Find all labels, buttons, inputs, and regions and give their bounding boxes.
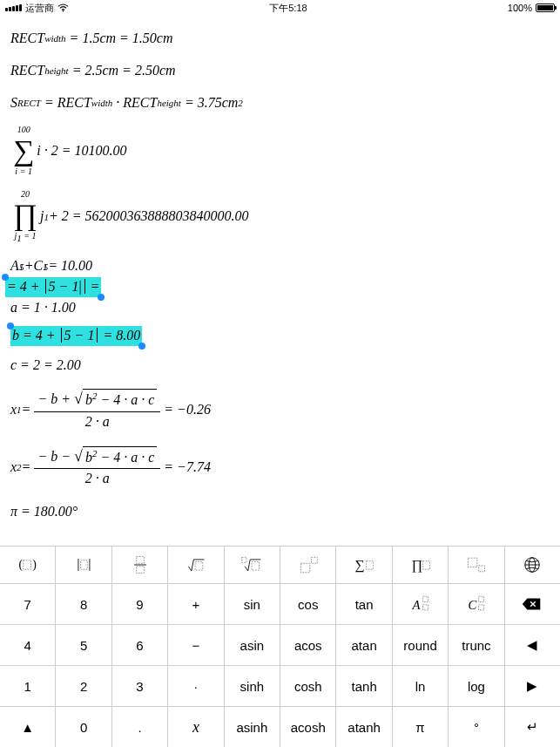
key-combination[interactable]: C	[449, 584, 504, 624]
key-permutation[interactable]: A	[393, 584, 449, 624]
svg-text:∏: ∏	[411, 557, 422, 573]
globe-icon	[521, 555, 543, 574]
key-degree[interactable]: °	[449, 707, 504, 747]
expr-sum[interactable]: 100∑i = 1 i · 2 = 10100.00	[10, 126, 550, 176]
key-acos[interactable]: acos	[280, 625, 336, 665]
key-right[interactable]: ▶	[505, 666, 560, 706]
key-6[interactable]: 6	[112, 625, 168, 665]
expr-rect-height[interactable]: RECTheight = 2.5cm = 2.50cm	[10, 62, 550, 80]
selection-handle-end[interactable]	[138, 343, 145, 350]
key-atan[interactable]: atan	[336, 625, 392, 665]
svg-rect-2	[24, 560, 31, 569]
svg-rect-5	[81, 560, 88, 569]
key-product[interactable]: ∏	[393, 547, 449, 583]
expr-combinatorics[interactable]: A15 + C15 = 10.00	[10, 257, 550, 275]
key-tan[interactable]: tan	[336, 584, 392, 624]
key-0[interactable]: 0	[56, 707, 111, 747]
key-3[interactable]: 3	[112, 666, 168, 706]
expr-rect-width[interactable]: RECTwidth = 1.5cm = 1.50cm	[10, 30, 550, 48]
key-plus[interactable]: +	[168, 584, 224, 624]
key-ln[interactable]: ln	[393, 666, 449, 706]
selection-highlight-b[interactable]: b = 4 + 5 − 1 = 8.00	[10, 326, 142, 346]
keyboard-row-2: 4 5 6 − asin acos atan round trunc ◀	[0, 624, 560, 665]
status-left: 运营商	[5, 2, 69, 15]
key-4[interactable]: 4	[0, 625, 56, 665]
expr-rect-area[interactable]: SRECT = RECTwidth · RECTheight = 3.75cm2	[10, 94, 550, 112]
expr-pi[interactable]: π = 180.00°	[10, 503, 550, 521]
expr-a[interactable]: a = 1 · 1.00	[10, 299, 550, 317]
selection-handle-start[interactable]	[7, 323, 14, 329]
battery-icon	[536, 3, 555, 12]
expr-c[interactable]: c = 2 = 2.00	[10, 357, 550, 375]
key-asinh[interactable]: asinh	[225, 707, 280, 747]
key-9[interactable]: 9	[112, 584, 168, 624]
svg-rect-13	[300, 563, 309, 572]
key-2[interactable]: 2	[56, 666, 111, 706]
svg-rect-29	[479, 605, 484, 610]
key-atanh[interactable]: atanh	[336, 707, 392, 747]
key-sinh[interactable]: sinh	[225, 666, 280, 706]
expr-product[interactable]: 20∏j1 = 1 j1 + 2 = 562000363888803840000…	[10, 190, 550, 243]
svg-rect-14	[311, 557, 317, 563]
svg-text:): )	[32, 558, 37, 572]
key-sin[interactable]: sin	[225, 584, 280, 624]
key-backspace[interactable]	[505, 584, 560, 624]
svg-text:∑: ∑	[355, 557, 365, 573]
keyboard-row-4: ▲ 0 . x asinh acosh atanh π ° ↵	[0, 706, 560, 747]
key-round[interactable]: round	[393, 625, 449, 665]
key-minus[interactable]: −	[168, 625, 224, 665]
svg-rect-12	[252, 562, 260, 571]
key-asin[interactable]: asin	[225, 625, 280, 665]
keyboard: () ∑ ∏ 7 8 9 + sin cos tan A C 4 5 6 − a…	[0, 546, 560, 747]
key-sqrt[interactable]	[168, 547, 224, 583]
key-cosh[interactable]: cosh	[280, 666, 336, 706]
key-multiply[interactable]: ·	[168, 666, 224, 706]
key-nroot[interactable]	[225, 547, 280, 583]
key-5[interactable]: 5	[56, 625, 111, 665]
wifi-icon	[57, 3, 69, 12]
svg-text:(: (	[18, 558, 23, 572]
status-bar: 运营商 下午5:18 100%	[0, 0, 560, 16]
key-1[interactable]: 1	[0, 666, 56, 706]
expr-b-selected[interactable]: b = 4 + 5 − 1 = 8.00	[10, 326, 550, 346]
selection-highlight[interactable]: = 4 + 5 − 1| =	[5, 277, 101, 297]
expr-x2[interactable]: x2 = − b − √b2 − 4 · a · c 2 · a = −7.74	[10, 445, 550, 489]
key-sum[interactable]: ∑	[336, 547, 392, 583]
key-globe[interactable]	[505, 547, 560, 583]
battery-percent: 100%	[508, 3, 532, 13]
key-decimal[interactable]: .	[112, 707, 168, 747]
key-pi[interactable]: π	[393, 707, 449, 747]
keyboard-row-symbols: () ∑ ∏	[0, 546, 560, 583]
svg-rect-10	[195, 562, 203, 571]
svg-rect-20	[479, 566, 485, 572]
key-enter[interactable]: ↵	[505, 707, 560, 747]
key-subscript[interactable]	[449, 547, 504, 583]
expr-editing-selection[interactable]: = 4 + 5 − 1| =	[5, 277, 550, 297]
svg-text:C: C	[468, 598, 476, 612]
sigma-icon: ∑	[13, 136, 34, 166]
svg-text:A: A	[411, 598, 421, 612]
key-left[interactable]: ◀	[505, 625, 560, 665]
signal-icon	[5, 4, 22, 11]
key-log[interactable]: log	[449, 666, 504, 706]
svg-rect-11	[242, 557, 246, 562]
key-variable-x[interactable]: x	[168, 707, 224, 747]
key-trunc[interactable]: trunc	[449, 625, 504, 665]
key-up[interactable]: ▲	[0, 707, 56, 747]
math-content[interactable]: RECTwidth = 1.5cm = 1.50cm RECTheight = …	[0, 16, 560, 532]
key-power[interactable]	[280, 547, 336, 583]
key-cos[interactable]: cos	[280, 584, 336, 624]
key-8[interactable]: 8	[56, 584, 111, 624]
key-fraction[interactable]	[112, 547, 168, 583]
backspace-icon	[521, 594, 543, 614]
svg-rect-16	[367, 561, 374, 570]
key-parens[interactable]: ()	[0, 547, 56, 583]
key-7[interactable]: 7	[0, 584, 56, 624]
svg-point-0	[63, 10, 64, 12]
svg-rect-9	[136, 567, 144, 574]
expr-x1[interactable]: x1 = − b + √b2 − 4 · a · c 2 · a = −0.26	[10, 388, 550, 431]
svg-rect-19	[468, 558, 476, 567]
key-abs[interactable]	[56, 547, 111, 583]
key-tanh[interactable]: tanh	[336, 666, 392, 706]
key-acosh[interactable]: acosh	[280, 707, 336, 747]
